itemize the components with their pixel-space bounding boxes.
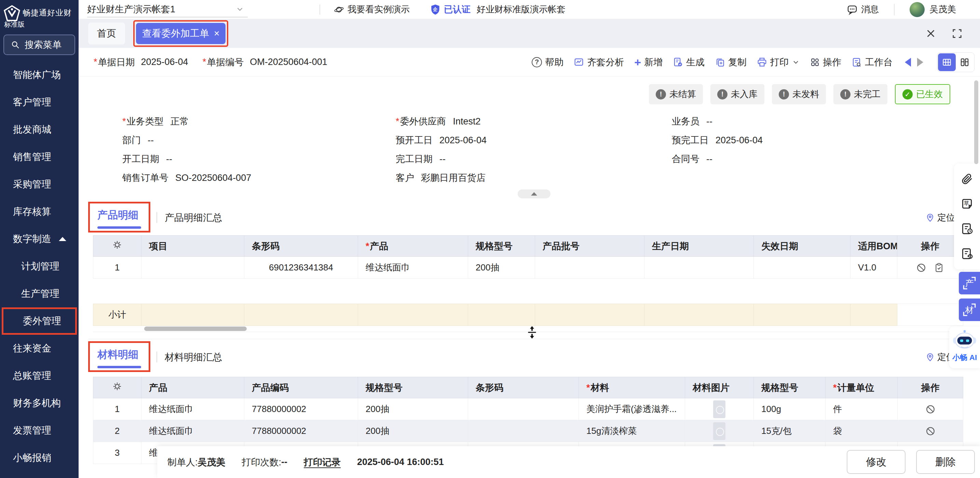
chevron-down-icon [235,5,244,14]
scrollbar-thumb[interactable] [144,327,247,331]
search-icon [11,40,20,49]
copy-icon [715,57,725,67]
sidebar-item-wholesale[interactable]: 批发商城 [0,116,79,143]
gear-icon[interactable] [112,381,123,392]
plus-icon: + [634,56,641,68]
clipboard-check-icon[interactable] [934,263,944,273]
product-section-header: 产品明细 产品明细汇总 定位 [88,202,980,233]
svg-text:草: 草 [964,200,969,206]
material-image-placeholder[interactable] [713,400,725,418]
sidebar-item-inventory[interactable]: 库存核算 [0,198,79,225]
sidebar-item-ledger[interactable]: 总账管理 [0,362,79,389]
user-avatar[interactable] [910,2,924,17]
fullscreen-icon[interactable] [952,29,962,39]
generate-button[interactable]: 生成 [673,56,705,69]
field-planned-start: 预开工日2025-06-04 [396,133,672,147]
actions-button[interactable]: 操作 [810,56,841,69]
certified-badge[interactable]: 企 已认证 [430,3,471,15]
warning-icon: ! [717,89,727,99]
material-image-placeholder[interactable] [713,422,725,440]
col-unit: *计量单位 [826,377,898,398]
sidebar-item-purchase[interactable]: 采购管理 [0,170,79,198]
material-quick-button[interactable]: 材 [959,298,980,321]
topbar-divider [320,5,320,15]
material-table-row[interactable]: 1 维达纸面巾 77880000002 200抽 美润护手霜(渗透滋养... 1… [93,398,963,420]
gear-icon[interactable] [112,240,123,250]
tab-close-icon[interactable]: × [214,29,220,38]
tab-product-detail[interactable]: 产品明细 [97,208,138,222]
view-toggle-grid-active[interactable] [938,53,956,71]
record-history-icon[interactable] [961,222,974,235]
row-resize-cursor-icon[interactable] [527,325,537,339]
field-outsource-supplier: *委外供应商Intest2 [396,115,672,128]
close-icon[interactable] [925,28,936,39]
collapse-header-button[interactable] [518,190,550,198]
tab-home[interactable]: 首页 [88,22,125,45]
delete-button[interactable]: 删除 [916,450,975,474]
prohibit-icon[interactable] [916,263,926,273]
help-button[interactable]: ? 帮助 [532,56,563,69]
sidebar-item-production-mgmt[interactable]: 生产管理 [0,280,79,308]
view-toggle [937,52,975,72]
demo-link[interactable]: 我要看实例演示 [334,3,410,15]
prohibit-icon[interactable] [925,404,935,414]
col-material-spec: 规格型号 [754,377,826,398]
sidebar-item-funds[interactable]: 往来资金 [0,335,79,362]
prohibit-icon[interactable] [925,426,935,436]
col-barcode: 条形码 [244,236,358,257]
tab-material-summary[interactable]: 材料明细汇总 [165,351,222,364]
tab-view-outsourcing-order[interactable]: 查看委外加工单 × [136,23,226,44]
print-log-link[interactable]: 打印记录 [304,456,340,468]
product-table: 项目 条形码 *产品 规格型号 产品批号 生产日期 失效日期 适用BOM 操作 … [93,235,963,326]
field-department: 部门-- [123,133,396,147]
col-material: *材料 [579,377,685,398]
sidebar-item-expense[interactable]: 小畅报销 [0,444,79,472]
sidebar-item-outsourcing-mgmt[interactable]: 委外管理 [2,308,77,335]
created-timestamp: 2025-06-04 16:00:51 [357,457,444,467]
material-table-row[interactable]: 2 维达纸面巾 77880000002 200抽 15g清淡榨菜 15克/包 袋 [93,420,963,442]
sidebar-item-customer[interactable]: 客户管理 [0,89,79,116]
prev-record-button[interactable] [905,58,911,67]
record-sync-icon[interactable] [961,247,974,260]
attachment-icon[interactable] [961,173,973,185]
draft-icon[interactable]: 草 [961,197,974,210]
sidebar-item-multi-org-finance[interactable]: 财务多机构 [0,389,79,417]
account-selector[interactable]: 好业财生产演示帐套1 [87,2,248,18]
caret-up-icon [531,192,537,196]
footer-bar: 制单人: 吴茂美 打印次数: -- 打印记录 2025-06-04 16:00:… [157,446,980,478]
ai-assistant-button[interactable]: 小畅 AI [949,327,980,368]
collapse-caret-icon [59,237,66,241]
print-count-value: -- [281,457,287,467]
sidebar-item-plan-mgmt[interactable]: 计划管理 [0,253,79,280]
grid-icon [810,57,820,67]
vertical-scrollbar-thumb[interactable] [974,80,978,164]
brand-logo-icon [3,5,21,22]
shield-icon: 企 [430,4,441,15]
kit-analysis-button[interactable]: 齐套分析 [574,56,624,69]
print-button[interactable]: 打印 [757,56,800,69]
creator-name: 吴茂美 [198,456,226,468]
sidebar-item-sales[interactable]: 销售管理 [0,143,79,170]
workbench-button[interactable]: 工作台 [851,56,892,69]
toolbar: * 单据日期 2025-06-04 * 单据编号 OM-20250604-001… [79,48,980,76]
col-product-code: 产品编码 [244,377,358,398]
sidebar-item-digital-mfg[interactable]: 数字制造 [0,225,79,253]
add-button[interactable]: + 新增 [634,56,663,69]
copy-button[interactable]: 复制 [715,56,747,69]
product-quick-button[interactable]: 产 [959,272,980,295]
view-toggle-columns[interactable] [956,53,974,71]
user-name[interactable]: 吴茂美 [929,3,956,15]
search-input[interactable]: 搜索菜单 [3,35,75,55]
messages-button[interactable]: 消息 [847,3,879,15]
product-locate-button[interactable]: 定位 [926,212,955,224]
sidebar-item-agent-plaza[interactable]: 智能体广场 [0,61,79,89]
col-operation: 操作 [897,236,963,257]
warning-icon: ! [840,89,851,99]
tab-material-detail[interactable]: 材料明细 [97,348,138,362]
product-table-row[interactable]: 1 6901236341384 维达纸面巾 200抽 V1.0 [93,257,963,279]
edit-button[interactable]: 修改 [847,450,905,474]
sidebar-item-invoice[interactable]: 发票管理 [0,417,79,444]
next-record-button[interactable] [917,58,923,67]
col-operation: 操作 [898,377,963,398]
tab-product-summary[interactable]: 产品明细汇总 [165,211,222,224]
